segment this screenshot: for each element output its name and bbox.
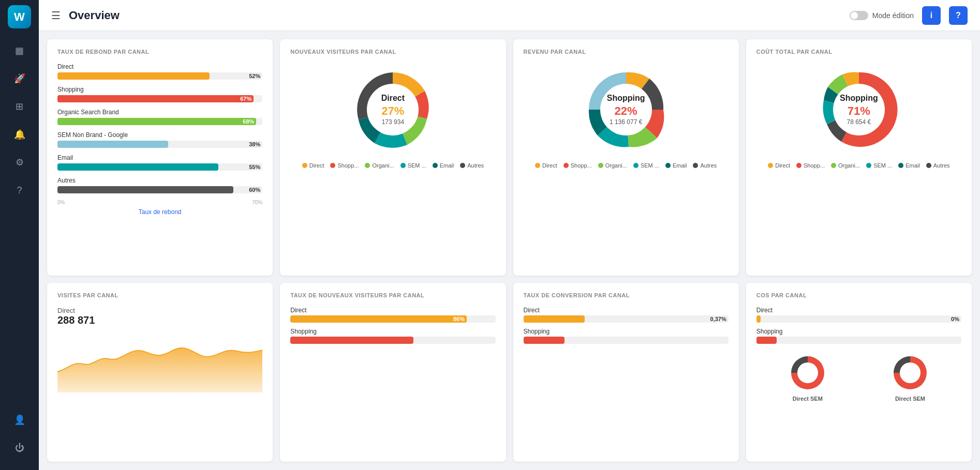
hamburger-button[interactable]: ☰: [51, 9, 61, 22]
donut-svg-visiteurs: Direct 27% 173 934: [346, 63, 439, 156]
area-fill: [57, 348, 262, 392]
legend-dot-ct-shopping: [796, 163, 801, 168]
sidebar-item-power[interactable]: ⏻: [8, 436, 32, 460]
logo[interactable]: W: [8, 5, 31, 28]
donut-center-cout: Shopping 71% 78 654 €: [840, 93, 878, 127]
visites-card: VISITES PAR CANAL Direct 288 871: [47, 283, 273, 462]
area-info: Direct 288 871: [57, 307, 262, 326]
tc-bar-row-shopping: Shopping: [524, 328, 729, 344]
area-sublabel: Direct: [57, 307, 262, 314]
legend-dot-rv-sem: [633, 163, 639, 168]
bar-pct-direct: 52%: [249, 73, 260, 79]
cos-donut-right: Direct SEM: [889, 352, 931, 402]
bar-fill-autres: [57, 186, 233, 193]
sidebar-item-bell[interactable]: 🔔: [8, 123, 32, 146]
sidebar-item-user[interactable]: 👤: [8, 408, 32, 432]
bar-row-direct: Direct 52%: [57, 63, 262, 80]
tc-bar-pct-direct: 0,37%: [710, 316, 726, 322]
area-value: 288 871: [57, 314, 262, 326]
donut-container-cout: Shopping 71% 78 654 € Direct Shopp... Or…: [756, 63, 961, 169]
cos-donut-svg-left: [787, 352, 828, 393]
donut-value-revenu: 1 136 077 €: [607, 118, 645, 127]
legend-dot-rv-direct: [535, 163, 540, 168]
donut-label-cout: Shopping: [840, 93, 878, 104]
legend-dot-rv-email: [665, 163, 671, 168]
sidebar-item-tune[interactable]: ⚙: [8, 150, 32, 174]
bar-track-organic: 68%: [57, 118, 262, 125]
donut-value-visiteurs: 173 934: [381, 118, 405, 127]
cos-bar-label-direct: Direct: [756, 307, 961, 314]
donut-pct-visiteurs: 27%: [381, 103, 405, 118]
legend-dot-shopping: [330, 163, 335, 168]
visites-title: VISITES PAR CANAL: [57, 292, 262, 298]
bottom-bar-fill-shopping: [290, 337, 413, 344]
legend-revenu-direct: Direct: [535, 162, 557, 169]
legend-organic: Organi...: [365, 162, 394, 169]
legend-cout-shopping: Shopp...: [796, 162, 825, 169]
legend-cout-email: Email: [898, 162, 920, 169]
bottom-bar-label-shopping: Shopping: [290, 328, 495, 335]
cos-donut-section: Direct SEM Direct SEM: [756, 352, 961, 402]
legend-cout-sem: SEM ...: [866, 162, 892, 169]
legend-dot-rv-autres: [693, 163, 698, 168]
legend-direct: Direct: [302, 162, 324, 169]
bar-fill-sem: [57, 141, 168, 148]
taux-nouveaux-title: TAUX DE NOUVEAUX VISITEURS PAR CANAL: [290, 292, 495, 298]
donut-pct-cout: 71%: [840, 103, 878, 118]
bottom-bar-pct-direct: 86%: [453, 316, 467, 322]
bottom-bar-fill-direct: 86%: [290, 315, 467, 323]
donut-container-revenu: Shopping 22% 1 136 077 € Direct Shopp...…: [524, 63, 729, 169]
cos-bar-label-shopping: Shopping: [756, 328, 961, 335]
legend-dot-ct-organic: [831, 163, 836, 168]
bar-pct-email: 55%: [249, 164, 260, 170]
axis-start: 0%: [57, 200, 65, 205]
legend-revenu: Direct Shopp... Organi... SEM ... Email …: [535, 162, 717, 169]
sidebar-item-rocket[interactable]: 🚀: [8, 67, 32, 90]
mode-edition-toggle[interactable]: [850, 11, 868, 20]
legend-dot-ct-autres: [926, 163, 931, 168]
cos-title: COS PAR CANAL: [756, 292, 961, 298]
main-area: ☰ Overview Mode édition i ? TAUX DE REBO…: [39, 0, 980, 470]
revenu-card: REVENU PAR CANAL Shopping: [513, 39, 739, 276]
mode-edition-label: Mode édition: [872, 11, 914, 20]
donut-svg-cout: Shopping 71% 78 654 €: [812, 63, 905, 156]
legend-dot-ct-email: [898, 163, 903, 168]
legend-shopping: Shopp...: [330, 162, 359, 169]
legend-dot-autres: [460, 163, 465, 168]
bar-pct-autres: 60%: [249, 187, 260, 193]
bar-track-sem: 38%: [57, 141, 262, 148]
bar-pct-organic: 68%: [243, 118, 256, 125]
nouveaux-visiteurs-card: NOUVEAUX VISITEURS PAR CANAL: [280, 39, 506, 276]
cos-bar-row-direct: Direct 0%: [756, 307, 961, 323]
logo-text: W: [14, 10, 25, 24]
cos-bar-pct-direct: 0%: [951, 316, 959, 322]
bar-pct-shopping: 67%: [240, 96, 254, 102]
legend-dot-sem: [400, 163, 406, 168]
sidebar-item-help-circle[interactable]: ?: [8, 178, 32, 202]
legend-dot-ct-direct: [768, 163, 773, 168]
sidebar-item-dashboard[interactable]: ▦: [8, 39, 32, 63]
sidebar-item-table[interactable]: ⊞: [8, 95, 32, 118]
taux-nouveaux-card: TAUX DE NOUVEAUX VISITEURS PAR CANAL Dir…: [280, 283, 506, 462]
svg-point-3: [797, 362, 818, 383]
axis-labels: 0% 70%: [57, 200, 262, 205]
bottom-bar-track-direct: 86%: [290, 315, 495, 323]
bar-row-shopping: Shopping 67%: [57, 86, 262, 102]
bar-label-shopping: Shopping: [57, 86, 262, 93]
info-button[interactable]: i: [922, 6, 941, 25]
bar-fill-shopping: 67%: [57, 95, 254, 102]
legend-revenu-sem: SEM ...: [633, 162, 659, 169]
taux-rebond-title: TAUX DE REBOND PAR CANAL: [57, 49, 262, 55]
legend-cout: Direct Shopp... Organi... SEM ... Email …: [768, 162, 949, 169]
donut-value-cout: 78 654 €: [840, 118, 878, 127]
cos-bar-fill-direct: [756, 315, 761, 323]
bar-pct-sem: 38%: [249, 141, 260, 147]
help-button[interactable]: ?: [949, 6, 968, 25]
sidebar: W ▦ 🚀 ⊞ 🔔 ⚙ ? 👤 ⏻: [0, 0, 39, 470]
cos-bar-row-shopping: Shopping: [756, 328, 961, 344]
tc-bar-fill-direct: [524, 315, 585, 323]
bar-fill-organic: 68%: [57, 118, 256, 125]
legend-cout-organic: Organi...: [831, 162, 860, 169]
tc-bar-track-shopping: [524, 337, 729, 344]
revenu-title: REVENU PAR CANAL: [524, 49, 729, 55]
